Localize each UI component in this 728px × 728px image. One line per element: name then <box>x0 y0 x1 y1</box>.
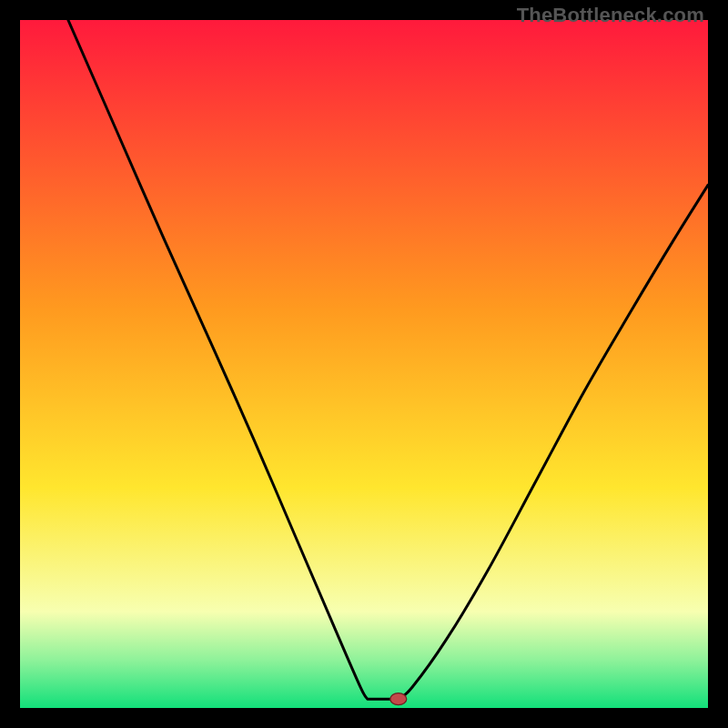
plot-area <box>20 20 708 708</box>
chart-frame: TheBottleneck.com <box>0 0 728 728</box>
gradient-background <box>20 20 708 708</box>
result-marker <box>390 693 407 705</box>
site-watermark: TheBottleneck.com <box>517 4 704 27</box>
chart-svg <box>20 20 708 708</box>
